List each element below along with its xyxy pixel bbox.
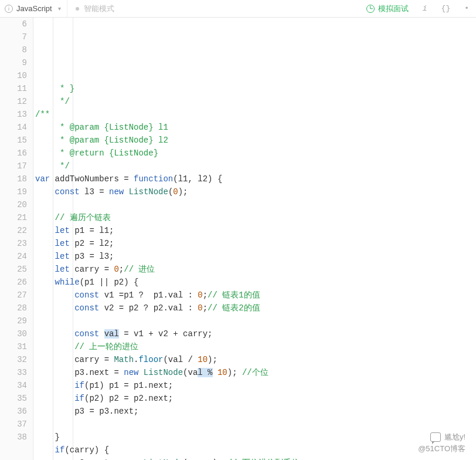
line-number: 31 [0, 340, 27, 353]
line-number-gutter: 6789101112131415161718192021222324252627… [0, 18, 33, 460]
code-line[interactable]: let p3 = l3; [35, 250, 476, 263]
line-number: 18 [0, 172, 27, 185]
code-line[interactable]: * @param {ListNode} l2 [35, 134, 476, 147]
code-editor[interactable]: 6789101112131415161718192021222324252627… [0, 18, 476, 460]
line-number: 7 [0, 31, 27, 43]
code-line[interactable]: if(p2) p2 = p2.next; [35, 392, 476, 405]
indent-guide [33, 18, 33, 460]
code-line[interactable]: * } [35, 82, 476, 95]
code-line[interactable]: p3.next = new ListNode(carry); // 百位进位到千… [35, 456, 476, 460]
line-number: 21 [0, 211, 27, 224]
code-line[interactable]: p3 = p3.next; [35, 405, 476, 418]
line-number: 32 [0, 353, 27, 366]
line-number: 8 [0, 43, 27, 56]
line-number: 9 [0, 56, 27, 69]
code-line[interactable]: * @param {ListNode} l1 [35, 121, 476, 134]
code-line[interactable]: const l3 = new ListNode(0); [35, 185, 476, 198]
line-number: 36 [0, 405, 27, 418]
line-number: 38 [0, 431, 27, 444]
line-number: 37 [0, 418, 27, 431]
code-line[interactable]: /** [35, 108, 476, 121]
line-number: 33 [0, 366, 27, 379]
line-number: 30 [0, 327, 27, 340]
line-number: 29 [0, 314, 27, 327]
mode-selector[interactable]: 智能模式 [67, 0, 123, 17]
code-line[interactable]: const v1 =p1 ? p1.val : 0;// 链表1的值 [35, 289, 476, 302]
line-number: 11 [0, 82, 27, 95]
editor-toolbar: i JavaScript ▾ 智能模式 模拟面试 i {} • [0, 0, 476, 18]
line-number: 10 [0, 69, 27, 82]
line-number: 20 [0, 198, 27, 211]
line-number: 35 [0, 392, 27, 405]
code-line[interactable]: let carry = 0;// 进位 [35, 263, 476, 276]
code-line[interactable]: const v2 = p2 ? p2.val : 0;// 链表2的值 [35, 302, 476, 314]
line-number: 23 [0, 237, 27, 250]
language-selector[interactable]: i JavaScript ▾ [0, 0, 67, 17]
line-number: 28 [0, 302, 27, 314]
code-line[interactable]: p3.next = new ListNode(val % 10); //个位 [35, 366, 476, 379]
mode-label: 智能模式 [84, 4, 114, 14]
mock-interview-button[interactable]: 模拟面试 [359, 0, 416, 17]
line-number: 26 [0, 276, 27, 289]
line-number: 16 [0, 147, 27, 160]
code-line[interactable]: if(p1) p1 = p1.next; [35, 379, 476, 392]
code-line[interactable] [35, 314, 476, 327]
language-label: JavaScript [16, 4, 52, 13]
mock-interview-label: 模拟面试 [378, 4, 409, 14]
code-line[interactable]: */ [35, 95, 476, 108]
code-line[interactable]: */ [35, 160, 476, 172]
line-number: 25 [0, 263, 27, 276]
code-line[interactable]: var addTwoNumbers = function(l1, l2) { [35, 172, 476, 185]
more-button[interactable]: • [457, 4, 476, 13]
code-line[interactable]: while(p1 || p2) { [35, 276, 476, 289]
code-line[interactable]: * @return {ListNode} [35, 147, 476, 160]
line-number: 24 [0, 250, 27, 263]
info-icon: i [5, 5, 13, 13]
clock-icon [366, 5, 375, 13]
line-number: 17 [0, 160, 27, 172]
code-line[interactable] [35, 418, 476, 431]
code-line[interactable] [35, 198, 476, 211]
line-number: 14 [0, 121, 27, 134]
code-line[interactable]: carry = Math.floor(val / 10); [35, 353, 476, 366]
line-number: 6 [0, 18, 27, 31]
code-line[interactable]: } [35, 431, 476, 444]
line-number: 13 [0, 108, 27, 121]
line-number: 15 [0, 134, 27, 147]
code-line[interactable]: let p2 = l2; [35, 237, 476, 250]
line-number: 12 [0, 95, 27, 108]
code-line[interactable]: const val = v1 + v2 + carry; [35, 327, 476, 340]
code-line[interactable]: // 上一轮的进位 [35, 340, 476, 353]
dot-icon [76, 7, 79, 11]
code-line[interactable]: let p1 = l1; [35, 224, 476, 237]
format-button[interactable]: {} [434, 4, 458, 13]
info-button[interactable]: i [416, 4, 434, 13]
line-number: 22 [0, 224, 27, 237]
chevron-down-icon: ▾ [58, 5, 61, 12]
code-content[interactable]: * } *//** * @param {ListNode} l1 * @para… [33, 18, 476, 460]
line-number: 34 [0, 379, 27, 392]
code-line[interactable]: if(carry) { [35, 444, 476, 456]
line-number: 27 [0, 289, 27, 302]
code-line[interactable]: // 遍历个链表 [35, 211, 476, 224]
line-number: 19 [0, 185, 27, 198]
